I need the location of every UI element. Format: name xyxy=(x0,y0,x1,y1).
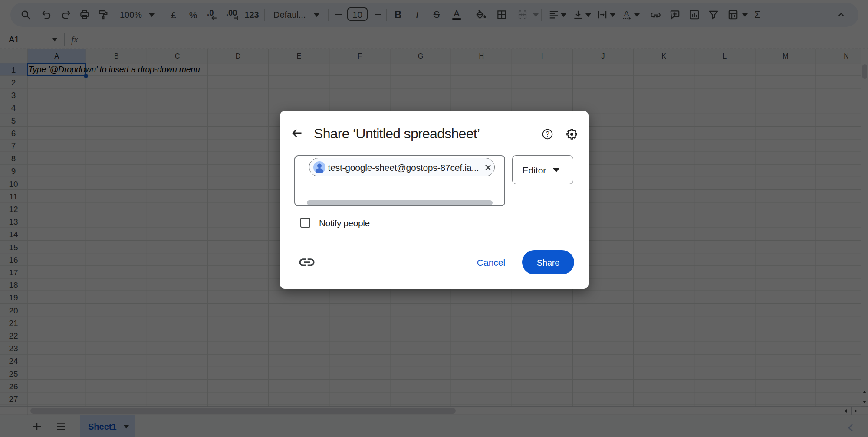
svg-text:?: ? xyxy=(546,130,549,137)
